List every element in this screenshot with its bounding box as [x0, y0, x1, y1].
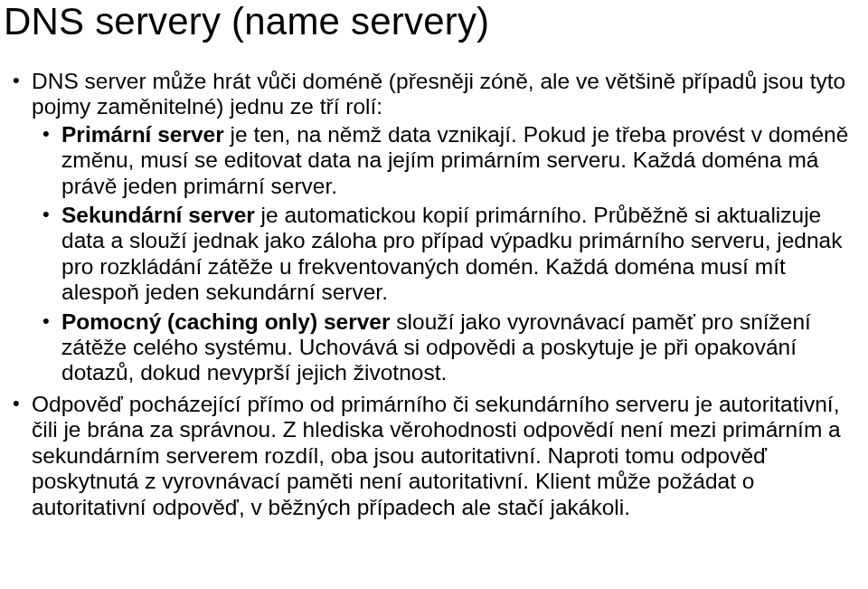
slide: DNS servery (name servery) DNS server mů…: [0, 0, 868, 520]
primary-label: Primární server: [61, 122, 224, 147]
bullet-list: DNS server může hrát vůči doméně (přesně…: [4, 69, 861, 520]
bullet-intro-text: DNS server může hrát vůči doméně (přesně…: [32, 69, 845, 119]
sub-bullet-primary: Primární server je ten, na němž data vzn…: [59, 122, 861, 199]
bullet-answer: Odpověď pocházející přímo od primárního …: [29, 392, 861, 520]
secondary-label: Sekundární server: [61, 203, 255, 227]
sub-bullet-list: Primární server je ten, na němž data vzn…: [32, 122, 861, 386]
slide-title: DNS servery (name servery): [4, 0, 861, 43]
bullet-intro: DNS server může hrát vůči doméně (přesně…: [29, 69, 861, 386]
sub-bullet-secondary: Sekundární server je automatickou kopií …: [59, 203, 861, 306]
caching-label: Pomocný (caching only) server: [61, 309, 391, 334]
sub-bullet-caching: Pomocný (caching only) server slouží jak…: [59, 309, 861, 386]
answer-text: Odpověď pocházející přímo od primárního …: [32, 392, 841, 519]
